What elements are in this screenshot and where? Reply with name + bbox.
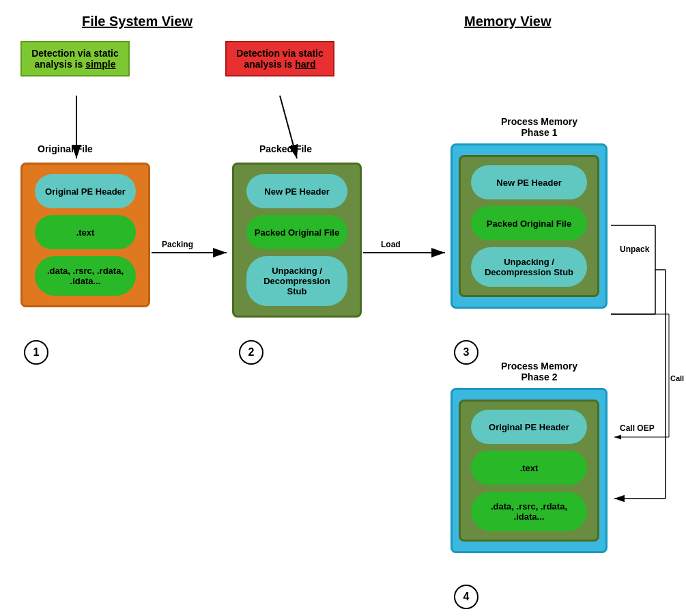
block3-label: Process MemoryPhase 1 bbox=[464, 116, 614, 138]
block3-item-0: New PE Header bbox=[471, 165, 587, 199]
unpack-label: Unpack bbox=[620, 244, 649, 254]
block4-item-1: .text bbox=[471, 451, 587, 485]
block4-item-0: Original PE Header bbox=[471, 410, 587, 444]
red-badge: Detection via staticanalysis is hard bbox=[225, 41, 334, 76]
block1-label: Original File bbox=[38, 143, 93, 154]
number-2: 2 bbox=[239, 340, 263, 365]
red-badge-text: Detection via staticanalysis is hard bbox=[236, 48, 324, 70]
block2-item-1: Packed Original File bbox=[246, 215, 347, 249]
block3-item-2: Unpacking /Decompression Stub bbox=[471, 247, 587, 287]
block4-label: Process MemoryPhase 2 bbox=[464, 361, 614, 382]
svg-text:Load: Load bbox=[381, 240, 401, 249]
block2-label: Packed File bbox=[259, 143, 312, 154]
memory-view-title: Memory View bbox=[464, 14, 551, 29]
block1-item-1: .text bbox=[35, 215, 136, 249]
block3-item-1: Packed Original File bbox=[471, 206, 587, 240]
block1-item-0: Original PE Header bbox=[35, 174, 136, 208]
block4-outer: Original PE Header .text .data, .rsrc, .… bbox=[451, 388, 608, 553]
block2-item-0: New PE Header bbox=[246, 174, 347, 208]
svg-text:Call OEP: Call OEP bbox=[670, 374, 686, 382]
number-1: 1 bbox=[24, 340, 48, 365]
block1-container: Original PE Header .text .data, .rsrc, .… bbox=[20, 163, 150, 307]
green-badge: Detection via staticanalysis is simple bbox=[20, 41, 130, 76]
block1-item-2: .data, .rsrc, .rdata,.idata... bbox=[35, 256, 136, 296]
calloep-label: Call OEP bbox=[620, 423, 655, 433]
svg-text:Packing: Packing bbox=[162, 240, 193, 249]
block2-container: New PE Header Packed Original File Unpac… bbox=[232, 163, 362, 318]
block4-item-2: .data, .rsrc, .rdata,.idata... bbox=[471, 492, 587, 531]
green-badge-text: Detection via staticanalysis is simple bbox=[31, 48, 119, 70]
block3-outer: New PE Header Packed Original File Unpac… bbox=[451, 143, 608, 309]
block2-item-2: Unpacking /Decompression Stub bbox=[246, 256, 347, 306]
filesystem-view-title: File System View bbox=[82, 14, 192, 29]
number-4: 4 bbox=[454, 585, 478, 609]
